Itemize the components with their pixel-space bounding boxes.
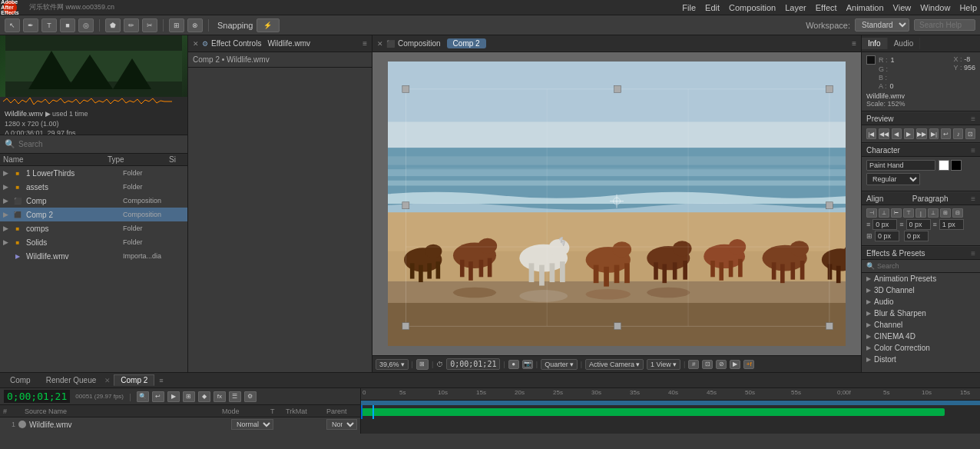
color-mgmt-btn[interactable]: +f xyxy=(743,360,754,369)
tl-play-btn[interactable]: ▶ xyxy=(167,391,180,402)
preview-quality-btn[interactable]: ▶ xyxy=(730,360,740,369)
align-center-v-btn[interactable]: | xyxy=(915,208,926,218)
timeline-tab-comp2[interactable]: Comp 2 xyxy=(114,374,154,386)
effect-item-blur[interactable]: ▶ Blur & Sharpen xyxy=(862,308,980,319)
toolbar-mask-tool[interactable]: ⬟ xyxy=(105,18,121,32)
toolbar-pen-tool[interactable]: ✒ xyxy=(23,18,38,32)
effect-item-color[interactable]: ▶ Color Correction xyxy=(862,342,980,354)
align-center-h-btn[interactable]: ⊥ xyxy=(879,208,889,218)
effects-menu-btn[interactable]: ≡ xyxy=(971,249,975,258)
menu-edit[interactable]: Edit xyxy=(705,3,720,12)
effect-item-3d[interactable]: ▶ 3D Channel xyxy=(862,284,980,296)
menu-view[interactable]: View xyxy=(893,3,912,12)
camera-btn[interactable]: 📷 xyxy=(522,360,533,369)
tl-render-btn[interactable]: ⚙ xyxy=(244,391,257,402)
toolbar-align-tool[interactable]: ⊞ xyxy=(169,18,184,32)
project-search-input[interactable] xyxy=(18,140,183,148)
preview-step-fwd[interactable]: ▶▶ xyxy=(916,128,927,139)
font-name-input[interactable] xyxy=(866,160,935,171)
help-search-input[interactable] xyxy=(914,19,975,31)
character-menu-btn[interactable]: ≡ xyxy=(971,146,975,155)
tl-preview-mode-btn[interactable]: 🔍 xyxy=(137,391,149,402)
views-control[interactable]: 1 View ▾ xyxy=(647,359,680,370)
tl-loop-btn[interactable]: ↩ xyxy=(152,391,164,402)
workspace-select[interactable]: Standard xyxy=(855,18,909,32)
preview-menu-btn[interactable]: ≡ xyxy=(971,115,975,123)
menu-layer[interactable]: Layer xyxy=(785,3,806,12)
tl-keyframe-btn[interactable]: ◆ xyxy=(198,391,210,402)
preview-ram-preview[interactable]: ⊡ xyxy=(965,128,975,139)
list-item-selected[interactable]: ▶ ⬛ Comp 2 Composition xyxy=(0,208,187,221)
spacing-input-2[interactable] xyxy=(906,219,931,230)
menu-file[interactable]: File xyxy=(682,3,696,12)
timeline-tab-comp[interactable]: Comp xyxy=(3,374,38,386)
effect-item-distort[interactable]: ▶ Distort xyxy=(862,354,980,365)
list-item[interactable]: ▶ Wildlife.wmv Importa...dia xyxy=(0,249,187,263)
preview-play-back[interactable]: ◀ xyxy=(892,128,902,139)
stroke-color-box[interactable] xyxy=(951,160,962,171)
align-menu-btn[interactable]: ≡ xyxy=(971,195,975,203)
list-item[interactable]: ▶ ■ 1 LowerThirds Folder xyxy=(0,166,187,180)
spacing-input-1[interactable] xyxy=(872,219,897,230)
distribute-h-btn[interactable]: ⊞ xyxy=(940,208,951,218)
menu-animation[interactable]: Animation xyxy=(846,3,884,12)
preview-audio[interactable]: ♪ xyxy=(953,128,963,139)
tl-expressions-btn[interactable]: fx xyxy=(214,391,226,402)
preview-skip-start[interactable]: |◀ xyxy=(866,128,876,139)
timeline-tab-render-queue[interactable]: Render Queue xyxy=(39,374,104,386)
playhead[interactable] xyxy=(372,405,374,419)
distribute-v-btn[interactable]: ⊟ xyxy=(952,208,963,218)
align-left-btn[interactable]: ⊣ xyxy=(866,208,877,218)
transparency-btn[interactable]: ⊘ xyxy=(716,360,727,369)
fit-view-btn[interactable]: ⊞ xyxy=(416,359,429,370)
tab-info[interactable]: Info xyxy=(862,38,888,49)
toolbar-text-tool[interactable]: T xyxy=(41,18,57,32)
align-top-btn[interactable]: ⊤ xyxy=(903,208,914,218)
layer-visibility-btn[interactable] xyxy=(18,421,26,428)
menu-composition[interactable]: Composition xyxy=(729,3,776,12)
fill-color-box[interactable] xyxy=(939,160,949,171)
clip-bar[interactable] xyxy=(361,408,945,416)
record-btn[interactable]: ● xyxy=(508,360,519,369)
tab-audio[interactable]: Audio xyxy=(888,38,921,49)
spacing-input-4[interactable] xyxy=(875,231,899,241)
list-item[interactable]: ▶ ■ assets Folder xyxy=(0,180,187,194)
comp-viewer-menu[interactable]: ≡ xyxy=(852,39,856,48)
effect-controls-close[interactable]: ✕ xyxy=(193,40,199,48)
menu-help[interactable]: Help xyxy=(959,3,977,12)
font-style-select[interactable]: Regular xyxy=(866,173,920,185)
spacing-input-5[interactable] xyxy=(904,231,929,241)
toolbar-select-tool[interactable]: ↖ xyxy=(5,18,20,32)
effect-item-audio[interactable]: ▶ Audio xyxy=(862,296,980,308)
comp-viewer-close[interactable]: ✕ xyxy=(377,40,383,48)
effect-controls-menu[interactable]: ≡ xyxy=(363,39,367,48)
effect-item-channel[interactable]: ▶ Channel xyxy=(862,319,980,331)
toolbar-paint-tool[interactable]: ✏ xyxy=(124,18,139,32)
camera-view-control[interactable]: Active Camera ▾ xyxy=(585,359,644,370)
align-bottom-btn[interactable]: ⊥ xyxy=(928,208,939,218)
grid-btn[interactable]: # xyxy=(688,360,699,369)
preview-step-back[interactable]: ◀◀ xyxy=(879,128,889,139)
zoom-control[interactable]: 39,6% ▾ xyxy=(376,359,409,370)
timeline-tab-comp2-close[interactable]: ✕ xyxy=(104,377,111,384)
preview-skip-end[interactable]: ▶| xyxy=(929,128,939,139)
list-item[interactable]: ▶ ■ Solids Folder xyxy=(0,235,187,249)
menu-effect[interactable]: Effect xyxy=(816,3,837,12)
tl-motion-blur-btn[interactable]: ☰ xyxy=(229,391,241,402)
align-right-btn[interactable]: ⊢ xyxy=(891,208,902,218)
paragraph-tab[interactable]: Paragraph xyxy=(912,195,949,203)
comp-tab-pill[interactable]: Comp 2 xyxy=(447,38,486,48)
toolbar-clone-tool[interactable]: ✂ xyxy=(142,18,157,32)
effect-item-cinema4d[interactable]: ▶ CINEMA 4D xyxy=(862,331,980,342)
list-item[interactable]: ▶ ⬛ Comp Composition xyxy=(0,194,187,208)
layer-parent-select[interactable]: None xyxy=(326,419,357,430)
toolbar-roto-tool[interactable]: ⊗ xyxy=(187,18,203,32)
toolbar-cam-tool[interactable]: ◎ xyxy=(78,18,94,32)
tl-frame-btn[interactable]: ⊞ xyxy=(183,391,195,402)
safe-zones-btn[interactable]: ⊡ xyxy=(702,360,713,369)
snapping-toggle[interactable]: ⚡ xyxy=(257,18,280,32)
effects-search-input[interactable] xyxy=(877,262,975,270)
spacing-input-3[interactable] xyxy=(939,219,964,230)
effect-item-animation[interactable]: ▶ Animation Presets xyxy=(862,273,980,284)
layer-mode-select[interactable]: Normal xyxy=(231,419,273,430)
